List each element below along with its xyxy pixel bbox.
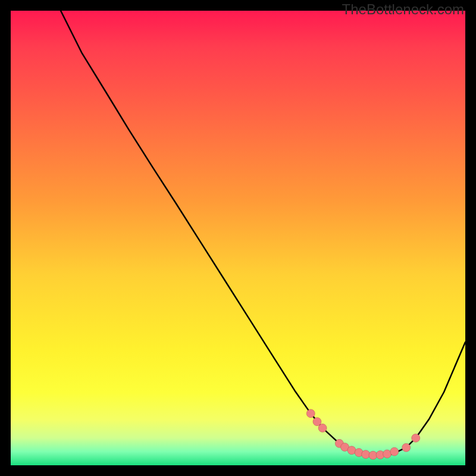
highlight-dot bbox=[390, 447, 399, 456]
highlight-dot bbox=[402, 443, 411, 452]
highlight-dot bbox=[362, 450, 370, 459]
highlight-dot bbox=[412, 434, 420, 442]
chart-plot-area bbox=[11, 11, 465, 465]
highlight-dot bbox=[383, 450, 392, 458]
chart-svg bbox=[11, 11, 465, 465]
highlight-dot bbox=[369, 451, 377, 459]
highlight-dot bbox=[347, 446, 356, 455]
highlight-dots-group bbox=[306, 409, 419, 459]
main-curve bbox=[61, 11, 465, 455]
chart-frame: TheBottleneck.com bbox=[0, 0, 476, 476]
highlight-dot bbox=[306, 409, 315, 418]
highlight-dot bbox=[318, 424, 327, 432]
